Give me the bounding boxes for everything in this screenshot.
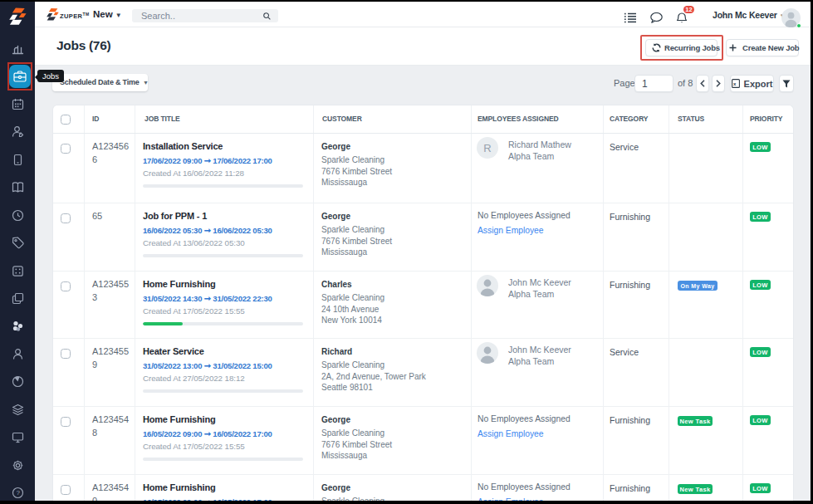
svg-text:x: x bbox=[733, 81, 737, 86]
svg-text:?: ? bbox=[16, 489, 20, 497]
